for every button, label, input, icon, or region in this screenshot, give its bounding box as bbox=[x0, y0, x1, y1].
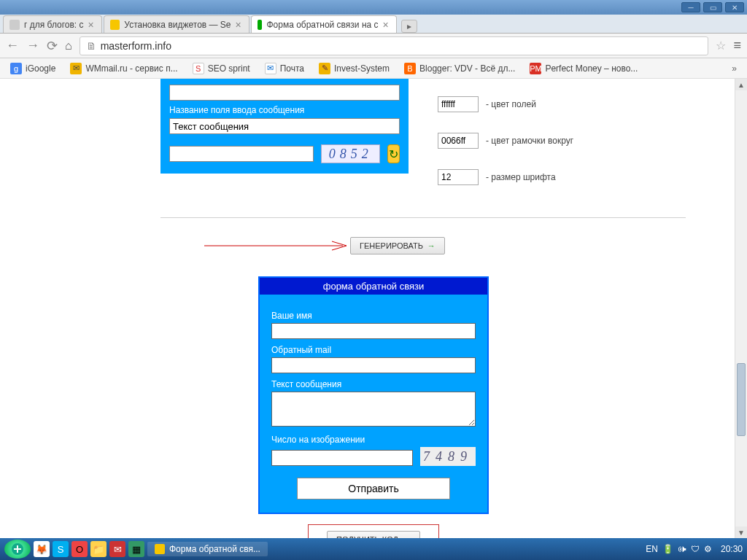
tab-2[interactable]: Форма обратной связи на с × bbox=[251, 15, 397, 33]
favicon-icon: PM bbox=[530, 63, 541, 74]
scroll-thumb[interactable] bbox=[737, 363, 746, 436]
favicon-icon: ✉ bbox=[70, 63, 82, 74]
name-label: Ваше имя bbox=[271, 311, 476, 321]
tab-1[interactable]: Установка виджетов — Se × bbox=[104, 15, 249, 33]
tray-icon[interactable]: 🛡 bbox=[691, 544, 700, 554]
bookmark-label: Perfect Money – ново... bbox=[545, 63, 638, 74]
page-content: Название поля ввода сообщения 0852 ↻ - ц… bbox=[0, 79, 747, 538]
forward-button[interactable]: → bbox=[26, 38, 39, 53]
taskbar-icon[interactable]: 🦊 bbox=[34, 541, 50, 557]
config-panel: Название поля ввода сообщения 0852 ↻ bbox=[160, 79, 409, 174]
message-textarea[interactable] bbox=[271, 392, 476, 427]
language-indicator[interactable]: EN bbox=[646, 544, 658, 554]
start-button[interactable] bbox=[4, 540, 31, 559]
bookmark-item[interactable]: giGoogle bbox=[4, 61, 61, 77]
new-tab-button[interactable]: ▸ bbox=[401, 20, 417, 33]
clock[interactable]: 20:30 bbox=[721, 544, 743, 554]
menu-icon[interactable]: ≡ bbox=[733, 38, 741, 53]
taskbar-icon[interactable]: ✉ bbox=[109, 541, 125, 557]
email-label: Обратный mail bbox=[271, 345, 476, 355]
prev-field-input[interactable] bbox=[169, 85, 400, 101]
browser-tabs: г для блогов: с × Установка виджетов — S… bbox=[0, 15, 747, 34]
preview-captcha-input[interactable] bbox=[271, 450, 413, 466]
favicon-icon: S bbox=[193, 63, 204, 74]
bookmark-label: iGoogle bbox=[26, 63, 55, 74]
favicon-icon bbox=[258, 20, 263, 30]
border-color-label: - цвет рамочки вокруг bbox=[486, 136, 573, 146]
style-settings: - цвет полей - цвет рамочки вокруг - раз… bbox=[438, 96, 573, 206]
close-icon[interactable]: × bbox=[236, 19, 241, 31]
reload-button[interactable]: ⟳ bbox=[47, 38, 58, 54]
captcha-refresh-icon[interactable]: ↻ bbox=[387, 144, 400, 163]
submit-button[interactable]: Отправить bbox=[297, 478, 450, 499]
font-size-input[interactable] bbox=[438, 169, 479, 185]
url-input[interactable]: 🗎 masterform.info bbox=[80, 36, 709, 55]
bookmark-label: Blogger: VDV - Всё дл... bbox=[419, 63, 515, 74]
minimize-button[interactable]: ─ bbox=[681, 2, 700, 12]
msg-field-input[interactable] bbox=[169, 118, 400, 134]
bookmark-item[interactable]: ✎Invest-System bbox=[313, 61, 395, 77]
page-icon: 🗎 bbox=[86, 40, 96, 52]
close-button[interactable]: ✕ bbox=[725, 2, 744, 12]
tab-title: Установка виджетов — Se bbox=[124, 20, 231, 30]
taskbar-icon[interactable]: S bbox=[53, 541, 69, 557]
generate-label: ГЕНЕРИРОВАТЬ bbox=[360, 241, 423, 250]
form-preview: форма обратной связи Ваше имя Обратный m… bbox=[258, 276, 489, 514]
close-icon[interactable]: × bbox=[88, 19, 94, 31]
tab-0[interactable]: г для блогов: с × bbox=[3, 15, 102, 33]
favicon-icon bbox=[155, 544, 165, 554]
bookmark-label: Invest-System bbox=[334, 63, 390, 74]
bookmark-item[interactable]: PMPerfect Money – ново... bbox=[524, 61, 643, 77]
field-color-input[interactable] bbox=[438, 96, 479, 112]
bookmark-item[interactable]: SSEO sprint bbox=[187, 61, 256, 77]
bookmark-label: SEO sprint bbox=[208, 63, 250, 74]
bookmark-label: Почта bbox=[280, 63, 304, 74]
tab-title: г для блогов: с bbox=[24, 20, 84, 30]
tray-icon[interactable]: 🕪 bbox=[678, 544, 686, 554]
vertical-scrollbar[interactable]: ▲ ▼ bbox=[735, 79, 747, 538]
favicon-icon bbox=[110, 20, 120, 30]
captcha-input[interactable] bbox=[169, 146, 314, 162]
favicon-icon: B bbox=[404, 63, 416, 74]
tab-title: Форма обратной связи на с bbox=[266, 20, 378, 30]
bookmark-label: WMmail.ru - сервис п... bbox=[85, 63, 177, 74]
bookmark-star-icon[interactable]: ☆ bbox=[716, 39, 726, 52]
name-input[interactable] bbox=[271, 323, 476, 339]
favicon-icon: ✉ bbox=[265, 63, 276, 74]
bookmark-item[interactable]: ✉Почта bbox=[259, 61, 310, 77]
divider bbox=[160, 217, 686, 218]
bookmark-item[interactable]: ✉WMmail.ru - сервис п... bbox=[64, 61, 183, 77]
msg-field-label-title: Название поля ввода сообщения bbox=[169, 105, 400, 115]
message-label: Текст сообщения bbox=[271, 379, 476, 389]
taskbar-icon[interactable]: ▦ bbox=[128, 541, 144, 557]
taskbar-icon[interactable]: O bbox=[71, 541, 88, 557]
system-tray[interactable]: EN 🔋 🕪 🛡 ⚙ 20:30 bbox=[646, 544, 743, 554]
favicon-icon bbox=[9, 20, 20, 30]
get-code-highlight: ПОЛУЧИТЬ КОД → bbox=[308, 524, 439, 538]
taskbar: 🦊 S O 📁 ✉ ▦ Форма обратной свя... EN 🔋 🕪… bbox=[0, 538, 747, 560]
bookmarks-overflow-icon[interactable]: » bbox=[726, 63, 743, 74]
window-titlebar: ─ ▭ ✕ bbox=[0, 0, 747, 15]
favicon-icon: ✎ bbox=[319, 63, 330, 74]
form-preview-title: форма обратной связи bbox=[260, 278, 487, 295]
home-icon[interactable]: ⌂ bbox=[65, 39, 72, 52]
get-code-button[interactable]: ПОЛУЧИТЬ КОД → bbox=[327, 531, 420, 538]
tray-icon[interactable]: 🔋 bbox=[662, 544, 673, 554]
taskbar-icon[interactable]: 📁 bbox=[90, 541, 107, 557]
taskbar-window-button[interactable]: Форма обратной свя... bbox=[147, 542, 268, 556]
close-icon[interactable]: × bbox=[383, 19, 389, 31]
preview-captcha-image: 7489 bbox=[420, 447, 476, 466]
email-input[interactable] bbox=[271, 357, 476, 373]
bookmark-item[interactable]: BBlogger: VDV - Всё дл... bbox=[398, 61, 521, 77]
captcha-image: 0852 bbox=[321, 144, 380, 163]
url-text: masterform.info bbox=[101, 40, 171, 52]
scroll-down-icon[interactable]: ▼ bbox=[735, 526, 747, 538]
scroll-up-icon[interactable]: ▲ bbox=[735, 79, 747, 90]
back-button[interactable]: ← bbox=[6, 38, 19, 53]
captcha-label: Число на изображении bbox=[271, 435, 476, 445]
maximize-button[interactable]: ▭ bbox=[703, 2, 722, 12]
tray-icon[interactable]: ⚙ bbox=[704, 544, 712, 554]
generate-button[interactable]: ГЕНЕРИРОВАТЬ → bbox=[350, 237, 445, 254]
border-color-input[interactable] bbox=[438, 133, 479, 149]
bookmarks-bar: giGoogle ✉WMmail.ru - сервис п... SSEO s… bbox=[0, 58, 747, 79]
